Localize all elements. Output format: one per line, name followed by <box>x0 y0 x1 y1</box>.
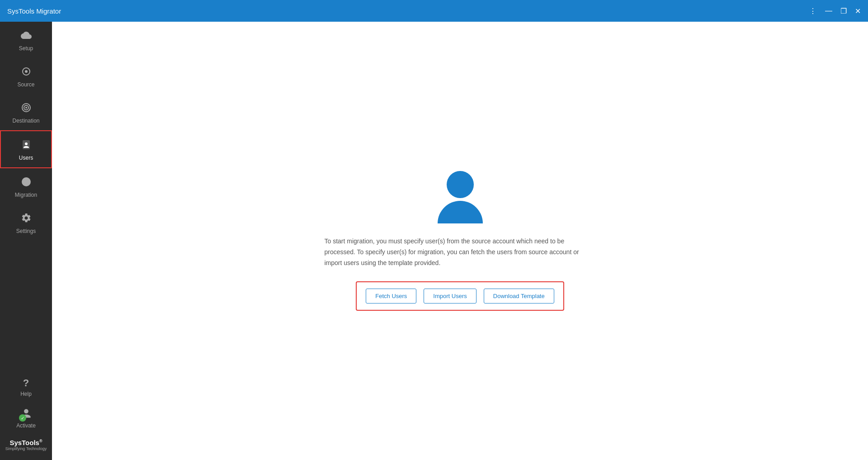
sidebar-settings-label: Settings <box>16 228 36 234</box>
sidebar-item-settings[interactable]: Settings <box>0 204 52 241</box>
maximize-icon[interactable]: ❐ <box>840 7 847 15</box>
app-body: Setup Source Destination Users Migration <box>0 22 868 460</box>
user-illustration <box>438 171 483 223</box>
app-title: SysTools Migrator <box>7 7 61 15</box>
sidebar-item-migration[interactable]: Migration <box>0 168 52 204</box>
svg-point-4 <box>25 107 27 109</box>
titlebar: SysTools Migrator ⋮ — ❐ ✕ <box>0 0 868 22</box>
sidebar-item-source[interactable]: Source <box>0 58 52 94</box>
import-users-button[interactable]: Import Users <box>424 289 476 304</box>
download-template-button[interactable]: Download Template <box>484 289 554 304</box>
sidebar-item-activate[interactable]: ✓ Activate <box>0 404 52 432</box>
action-buttons-container: Fetch Users Import Users Download Templa… <box>356 281 564 311</box>
sidebar-users-label: Users <box>19 155 33 161</box>
migration-icon <box>21 176 32 189</box>
help-icon: ? <box>23 377 29 389</box>
svg-point-1 <box>25 70 28 73</box>
sidebar-source-label: Source <box>17 81 34 88</box>
sidebar-setup-label: Setup <box>19 45 33 52</box>
activate-check-icon: ✓ <box>19 414 26 422</box>
cloud-icon <box>21 30 32 43</box>
sidebar-item-setup[interactable]: Setup <box>0 22 52 58</box>
brand-sub: Simplifying Technology <box>5 446 47 451</box>
sidebar-bottom: ? Help ✓ Activate SysTools® Simplifying … <box>0 372 52 460</box>
sidebar-migration-label: Migration <box>15 192 37 198</box>
avatar-head <box>447 171 474 198</box>
users-icon <box>21 139 32 152</box>
sidebar-item-help[interactable]: ? Help <box>0 372 52 403</box>
source-icon <box>21 66 32 79</box>
window-controls: ⋮ — ❐ ✕ <box>809 7 861 15</box>
settings-icon <box>21 213 32 225</box>
sidebar: Setup Source Destination Users Migration <box>0 22 52 460</box>
sidebar-help-label: Help <box>20 391 32 397</box>
description-text: To start migration, you must specify use… <box>325 236 596 268</box>
sidebar-item-destination[interactable]: Destination <box>0 94 52 130</box>
close-icon[interactable]: ✕ <box>855 7 861 15</box>
sidebar-item-users[interactable]: Users <box>0 130 52 168</box>
destination-icon <box>21 102 32 115</box>
menu-dots-icon[interactable]: ⋮ <box>809 7 817 15</box>
sidebar-destination-label: Destination <box>12 118 39 124</box>
activate-icon-wrap: ✓ <box>21 408 32 421</box>
brand-logo: SysTools® Simplifying Technology <box>2 434 50 453</box>
brand-name: SysTools® <box>5 439 47 446</box>
sidebar-activate-label: Activate <box>16 422 36 429</box>
avatar-body <box>438 201 483 223</box>
main-content: To start migration, you must specify use… <box>52 22 868 460</box>
content-center: To start migration, you must specify use… <box>325 171 596 310</box>
fetch-users-button[interactable]: Fetch Users <box>366 289 416 304</box>
minimize-icon[interactable]: — <box>825 7 832 15</box>
